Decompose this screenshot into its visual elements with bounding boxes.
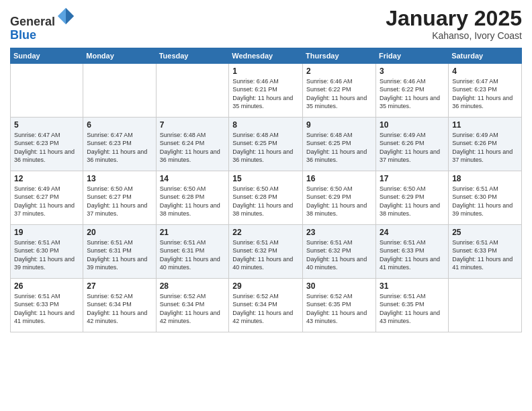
col-tuesday: Tuesday — [156, 48, 229, 63]
day-info: Sunrise: 6:51 AMSunset: 6:33 PMDaylight:… — [14, 293, 75, 325]
day-number: 27 — [87, 281, 152, 291]
logo-icon — [56, 7, 75, 26]
col-wednesday: Wednesday — [229, 48, 303, 63]
day-number: 5 — [14, 120, 79, 130]
day-number: 13 — [87, 174, 152, 183]
day-number: 30 — [306, 281, 372, 291]
calendar-cell: 13Sunrise: 6:50 AMSunset: 6:27 PMDayligh… — [83, 171, 156, 224]
day-number: 29 — [232, 281, 299, 291]
month-title: January 2025 — [386, 7, 522, 30]
day-number: 7 — [160, 120, 226, 130]
header: General Blue January 2025 Kahanso, Ivory… — [10, 7, 522, 42]
day-number: 11 — [452, 120, 518, 130]
calendar-week-1: 5Sunrise: 6:47 AMSunset: 6:23 PMDaylight… — [11, 117, 522, 171]
day-info: Sunrise: 6:48 AMSunset: 6:25 PMDaylight:… — [306, 132, 367, 164]
day-info: Sunrise: 6:46 AMSunset: 6:22 PMDaylight:… — [380, 78, 440, 110]
calendar-cell: 25Sunrise: 6:51 AMSunset: 6:33 PMDayligh… — [449, 224, 522, 278]
day-number: 10 — [380, 120, 445, 130]
calendar-cell: 5Sunrise: 6:47 AMSunset: 6:23 PMDaylight… — [11, 117, 83, 171]
day-number: 22 — [232, 228, 299, 237]
day-number: 20 — [87, 228, 152, 237]
calendar-week-4: 26Sunrise: 6:51 AMSunset: 6:33 PMDayligh… — [11, 278, 522, 332]
calendar-cell: 19Sunrise: 6:51 AMSunset: 6:30 PMDayligh… — [11, 224, 83, 278]
logo-text: General Blue — [10, 7, 75, 42]
day-info: Sunrise: 6:51 AMSunset: 6:32 PMDaylight:… — [306, 239, 367, 271]
day-info: Sunrise: 6:51 AMSunset: 6:35 PMDaylight:… — [380, 293, 440, 325]
col-thursday: Thursday — [303, 48, 376, 63]
calendar-cell: 6Sunrise: 6:47 AMSunset: 6:23 PMDaylight… — [83, 117, 156, 171]
day-info: Sunrise: 6:50 AMSunset: 6:27 PMDaylight:… — [87, 185, 147, 218]
calendar-cell: 7Sunrise: 6:48 AMSunset: 6:24 PMDaylight… — [156, 117, 229, 171]
calendar-cell: 20Sunrise: 6:51 AMSunset: 6:31 PMDayligh… — [83, 224, 156, 278]
day-info: Sunrise: 6:46 AMSunset: 6:22 PMDaylight:… — [306, 78, 367, 110]
day-info: Sunrise: 6:47 AMSunset: 6:23 PMDaylight:… — [452, 78, 513, 110]
calendar-cell — [11, 63, 83, 117]
day-info: Sunrise: 6:50 AMSunset: 6:29 PMDaylight:… — [380, 185, 440, 218]
calendar-cell: 29Sunrise: 6:52 AMSunset: 6:34 PMDayligh… — [229, 278, 303, 332]
header-row: Sunday Monday Tuesday Wednesday Thursday… — [11, 48, 522, 63]
day-number: 8 — [232, 120, 299, 130]
day-number: 4 — [452, 66, 518, 76]
day-info: Sunrise: 6:52 AMSunset: 6:34 PMDaylight:… — [87, 293, 147, 325]
calendar-cell: 14Sunrise: 6:50 AMSunset: 6:28 PMDayligh… — [156, 171, 229, 224]
logo-blue: Blue — [10, 28, 36, 42]
calendar-cell: 21Sunrise: 6:51 AMSunset: 6:31 PMDayligh… — [156, 224, 229, 278]
day-info: Sunrise: 6:47 AMSunset: 6:23 PMDaylight:… — [14, 132, 75, 164]
day-info: Sunrise: 6:51 AMSunset: 6:31 PMDaylight:… — [160, 239, 220, 271]
calendar-week-2: 12Sunrise: 6:49 AMSunset: 6:27 PMDayligh… — [11, 171, 522, 224]
calendar-cell: 12Sunrise: 6:49 AMSunset: 6:27 PMDayligh… — [11, 171, 83, 224]
day-info: Sunrise: 6:52 AMSunset: 6:34 PMDaylight:… — [232, 293, 293, 325]
day-number: 25 — [452, 228, 518, 237]
day-info: Sunrise: 6:52 AMSunset: 6:35 PMDaylight:… — [306, 293, 367, 325]
calendar-cell: 24Sunrise: 6:51 AMSunset: 6:33 PMDayligh… — [376, 224, 449, 278]
col-friday: Friday — [376, 48, 449, 63]
calendar-cell: 15Sunrise: 6:50 AMSunset: 6:28 PMDayligh… — [229, 171, 303, 224]
day-number: 24 — [380, 228, 445, 237]
col-sunday: Sunday — [11, 48, 83, 63]
day-info: Sunrise: 6:47 AMSunset: 6:23 PMDaylight:… — [87, 132, 147, 164]
day-info: Sunrise: 6:50 AMSunset: 6:29 PMDaylight:… — [306, 185, 367, 218]
calendar-cell: 9Sunrise: 6:48 AMSunset: 6:25 PMDaylight… — [303, 117, 376, 171]
day-info: Sunrise: 6:51 AMSunset: 6:31 PMDaylight:… — [87, 239, 147, 271]
day-number: 1 — [232, 66, 299, 76]
calendar-cell: 8Sunrise: 6:48 AMSunset: 6:25 PMDaylight… — [229, 117, 303, 171]
day-info: Sunrise: 6:46 AMSunset: 6:21 PMDaylight:… — [232, 78, 293, 110]
logo: General Blue — [10, 7, 75, 42]
day-info: Sunrise: 6:51 AMSunset: 6:33 PMDaylight:… — [452, 239, 513, 271]
calendar-cell: 2Sunrise: 6:46 AMSunset: 6:22 PMDaylight… — [303, 63, 376, 117]
calendar-cell: 11Sunrise: 6:49 AMSunset: 6:26 PMDayligh… — [449, 117, 522, 171]
day-number: 15 — [232, 174, 299, 183]
logo-general: General — [10, 15, 55, 28]
calendar-cell — [83, 63, 156, 117]
day-number: 16 — [306, 174, 372, 183]
calendar-cell: 28Sunrise: 6:52 AMSunset: 6:34 PMDayligh… — [156, 278, 229, 332]
calendar-week-3: 19Sunrise: 6:51 AMSunset: 6:30 PMDayligh… — [11, 224, 522, 278]
day-info: Sunrise: 6:51 AMSunset: 6:33 PMDaylight:… — [380, 239, 440, 271]
day-number: 23 — [306, 228, 372, 237]
day-info: Sunrise: 6:49 AMSunset: 6:26 PMDaylight:… — [452, 132, 513, 164]
day-number: 18 — [452, 174, 518, 183]
calendar-cell: 4Sunrise: 6:47 AMSunset: 6:23 PMDaylight… — [449, 63, 522, 117]
title-area: January 2025 Kahanso, Ivory Coast — [386, 7, 522, 41]
svg-marker-0 — [66, 8, 74, 24]
day-number: 2 — [306, 66, 372, 76]
day-info: Sunrise: 6:49 AMSunset: 6:27 PMDaylight:… — [14, 185, 75, 218]
day-info: Sunrise: 6:52 AMSunset: 6:34 PMDaylight:… — [160, 293, 220, 325]
day-number: 6 — [87, 120, 152, 130]
day-number: 21 — [160, 228, 226, 237]
day-number: 3 — [380, 66, 445, 76]
day-info: Sunrise: 6:51 AMSunset: 6:30 PMDaylight:… — [14, 239, 75, 271]
calendar-cell: 22Sunrise: 6:51 AMSunset: 6:32 PMDayligh… — [229, 224, 303, 278]
day-info: Sunrise: 6:51 AMSunset: 6:30 PMDaylight:… — [452, 185, 513, 218]
day-info: Sunrise: 6:48 AMSunset: 6:24 PMDaylight:… — [160, 132, 220, 164]
calendar-cell: 27Sunrise: 6:52 AMSunset: 6:34 PMDayligh… — [83, 278, 156, 332]
calendar-cell: 26Sunrise: 6:51 AMSunset: 6:33 PMDayligh… — [11, 278, 83, 332]
day-number: 17 — [380, 174, 445, 183]
day-info: Sunrise: 6:49 AMSunset: 6:26 PMDaylight:… — [380, 132, 440, 164]
location: Kahanso, Ivory Coast — [386, 30, 522, 41]
svg-marker-1 — [58, 8, 66, 24]
col-monday: Monday — [83, 48, 156, 63]
calendar-table: Sunday Monday Tuesday Wednesday Thursday… — [10, 48, 522, 332]
calendar-cell: 16Sunrise: 6:50 AMSunset: 6:29 PMDayligh… — [303, 171, 376, 224]
calendar-cell: 1Sunrise: 6:46 AMSunset: 6:21 PMDaylight… — [229, 63, 303, 117]
